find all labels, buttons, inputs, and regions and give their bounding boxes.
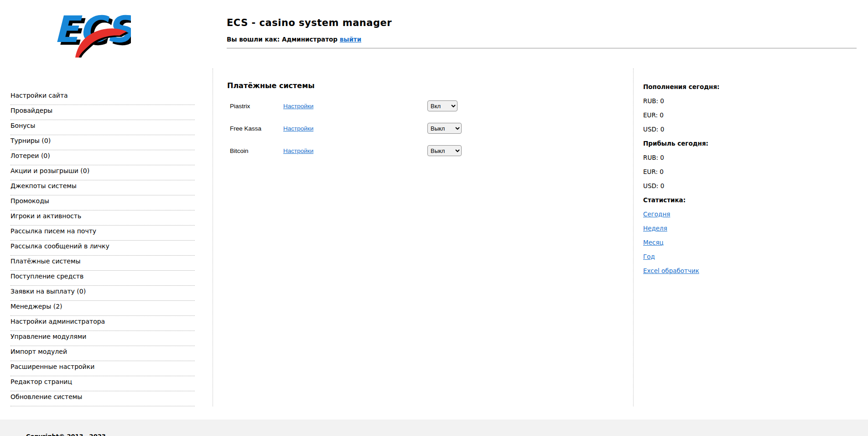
main-content: Платёжные системы Piastrix Настройки Вкл… bbox=[213, 68, 634, 406]
logout-link[interactable]: выйти bbox=[340, 36, 362, 43]
sidebar-item-providers[interactable]: Провайдеры bbox=[10, 105, 195, 120]
deposits-today-title: Пополнения сегодня: bbox=[643, 84, 719, 90]
sidebar-item-managers[interactable]: Менеджеры (2) bbox=[10, 301, 195, 316]
deposits-usd: USD: 0 bbox=[643, 126, 719, 132]
payment-row-bitcoin: Bitcoin Настройки Выкл bbox=[213, 145, 633, 157]
sidebar-item-page-editor[interactable]: Редактор страниц bbox=[10, 376, 195, 391]
sidebar-item-jackpots[interactable]: Джекпоты системы bbox=[10, 180, 195, 195]
profit-rub: RUB: 0 bbox=[643, 154, 719, 161]
header-divider bbox=[227, 48, 857, 48]
profit-today-title: Прибыль сегодня: bbox=[643, 140, 719, 147]
sidebar-item-promocodes[interactable]: Промокоды bbox=[10, 195, 195, 210]
sidebar-item-advanced-settings[interactable]: Расширенные настройки bbox=[10, 361, 195, 376]
stats-link-month[interactable]: Месяц bbox=[643, 239, 664, 246]
sidebar-item-bonuses[interactable]: Бонусы bbox=[10, 120, 195, 135]
sidebar-item-admin-settings[interactable]: Настройки администратора bbox=[10, 316, 195, 331]
deposits-eur: EUR: 0 bbox=[643, 112, 719, 118]
payment-status-select[interactable]: Вкл bbox=[427, 100, 457, 111]
payment-row-freekassa: Free Kassa Настройки Выкл bbox=[213, 123, 633, 135]
page-title: ECS - casino system manager bbox=[227, 17, 392, 28]
profit-usd: USD: 0 bbox=[643, 183, 719, 189]
payment-status-select[interactable]: Выкл bbox=[427, 145, 462, 156]
sidebar-menu: Настройки сайта Провайдеры Бонусы Турнир… bbox=[10, 90, 195, 406]
sidebar-item-promotions[interactable]: Акции и розыгрыши (0) bbox=[10, 165, 195, 180]
payment-name: Bitcoin bbox=[230, 147, 249, 154]
stats-panel: Пополнения сегодня: RUB: 0 EUR: 0 USD: 0… bbox=[643, 84, 719, 282]
ecs-logo: ECS ECS bbox=[51, 6, 131, 58]
payment-settings-link[interactable]: Настройки bbox=[283, 147, 313, 154]
stats-link-year[interactable]: Год bbox=[643, 253, 655, 260]
payment-settings-link[interactable]: Настройки bbox=[283, 103, 313, 110]
sidebar-item-site-settings[interactable]: Настройки сайта bbox=[10, 90, 195, 105]
payment-row-piastrix: Piastrix Настройки Вкл bbox=[213, 100, 633, 112]
sidebar-item-pm-mailing[interactable]: Рассылка сообщений в личку bbox=[10, 241, 195, 256]
sidebar-item-system-update[interactable]: Обновление системы bbox=[10, 391, 195, 406]
login-status: Вы вошли как: Администратор выйти bbox=[227, 36, 361, 43]
payment-name: Piastrix bbox=[230, 103, 250, 110]
stats-link-week[interactable]: Неделя bbox=[643, 225, 667, 232]
statistics-title: Статистика: bbox=[643, 197, 719, 203]
payment-name: Free Kassa bbox=[230, 125, 261, 132]
sidebar-item-lotteries[interactable]: Лотереи (0) bbox=[10, 150, 195, 165]
sidebar-item-module-import[interactable]: Импорт модулей bbox=[10, 346, 195, 361]
section-heading: Платёжные системы bbox=[227, 81, 315, 90]
footer: Copyright© 2013—2023 bbox=[0, 420, 868, 436]
sidebar-item-incoming-funds[interactable]: Поступление средств bbox=[10, 271, 195, 286]
sidebar-menu-list: Настройки сайта Провайдеры Бонусы Турнир… bbox=[10, 90, 195, 406]
stats-link-today[interactable]: Сегодня bbox=[643, 210, 670, 218]
profit-eur: EUR: 0 bbox=[643, 168, 719, 175]
payment-settings-link[interactable]: Настройки bbox=[283, 125, 313, 132]
stats-link-excel[interactable]: Excel обработчик bbox=[643, 267, 699, 274]
sidebar-item-payment-systems[interactable]: Платёжные системы bbox=[10, 256, 195, 271]
sidebar-item-players-activity[interactable]: Игроки и активность bbox=[10, 210, 195, 226]
copyright-text: Copyright© 2013—2023 bbox=[26, 433, 106, 436]
sidebar-item-payout-requests[interactable]: Заявки на выплату (0) bbox=[10, 286, 195, 301]
payment-status-select[interactable]: Выкл bbox=[427, 123, 462, 134]
sidebar-item-email-mailing[interactable]: Рассылка писем на почту bbox=[10, 226, 195, 241]
sidebar-item-tournaments[interactable]: Турниры (0) bbox=[10, 135, 195, 150]
deposits-rub: RUB: 0 bbox=[643, 98, 719, 104]
login-status-text: Вы вошли как: Администратор bbox=[227, 36, 338, 43]
admin-page: ECS ECS ECS - casino system manager Вы в… bbox=[0, 0, 868, 436]
sidebar-item-module-management[interactable]: Управление модулями bbox=[10, 331, 195, 346]
